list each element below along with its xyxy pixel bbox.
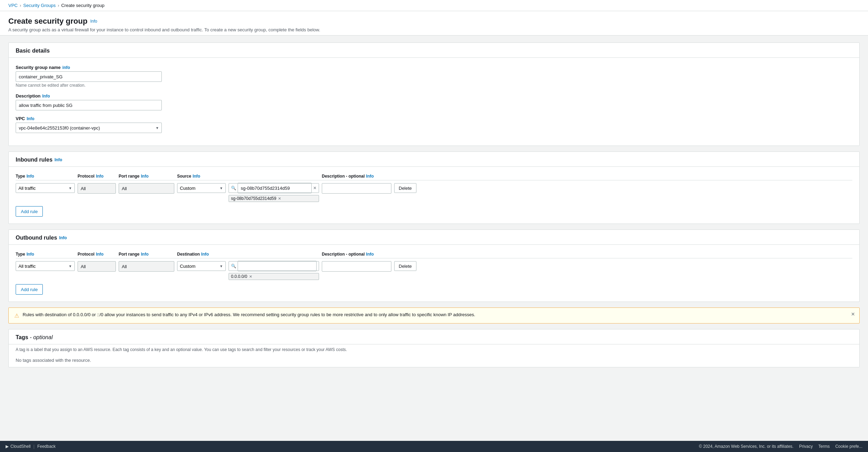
cloudshell-button[interactable]: ▶ CloudShell (6, 444, 31, 449)
outbound-col-protocol-info[interactable]: Info (96, 252, 104, 257)
inbound-rules-info[interactable]: Info (55, 157, 62, 162)
sg-vpc-label: VPC Info (16, 116, 852, 121)
breadcrumb: VPC › Security Groups › Create security … (0, 0, 868, 11)
breadcrumb-vpc[interactable]: VPC (8, 3, 18, 8)
inbound-col-source-header: Source Info (177, 174, 226, 179)
sg-vpc-info[interactable]: Info (27, 116, 34, 121)
cookie-link[interactable]: Cookie prefe... (835, 444, 862, 449)
outbound-dest-select[interactable]: Custom (177, 261, 226, 271)
inbound-action-cell: Delete (394, 183, 419, 193)
outbound-dest-select-wrapper: Custom ▼ (177, 261, 226, 271)
inbound-source-search-wrapper[interactable]: 🔍 ✕ (229, 183, 319, 193)
inbound-port-cell (119, 183, 174, 194)
sg-vpc-field: VPC Info vpc-04e8e64c2552153f0 (containe… (16, 116, 852, 133)
tags-description: A tag is a label that you assign to an A… (9, 344, 859, 353)
outbound-dest-type-cell: Custom ▼ (177, 261, 226, 271)
footer: ▶ CloudShell | Feedback © 2024, Amazon W… (0, 441, 868, 452)
outbound-add-rule-button[interactable]: Add rule (16, 284, 43, 295)
outbound-rules-card: Outbound rules Info Type Info Protocol I… (8, 229, 860, 302)
breadcrumb-security-groups[interactable]: Security Groups (23, 3, 56, 8)
outbound-port-cell (119, 261, 174, 272)
sg-name-hint: Name cannot be edited after creation. (16, 83, 852, 88)
inbound-port-input (119, 183, 174, 194)
inbound-delete-button[interactable]: Delete (394, 183, 416, 193)
inbound-source-token: sg-08b70d755d2314d59 ✕ (229, 195, 319, 202)
breadcrumb-current: Create security group (61, 3, 104, 8)
inbound-col-desc-header: Description - optional Info (322, 174, 391, 179)
page-title-row: Create security group Info (8, 17, 860, 26)
outbound-dest-token: 0.0.0.0/0 ✕ (229, 273, 319, 280)
alert-banner: ⚠ Rules with destination of 0.0.0.0/0 or… (8, 307, 860, 324)
inbound-rules-header: Inbound rules Info (9, 152, 859, 167)
outbound-col-dest-header: Destination Info (177, 252, 226, 257)
terms-link[interactable]: Terms (818, 444, 830, 449)
outbound-col-desc-header: Description - optional Info (322, 252, 391, 257)
outbound-rules-title: Outbound rules Info (16, 235, 852, 241)
outbound-col-port-info[interactable]: Info (141, 252, 149, 257)
inbound-source-clear-icon[interactable]: ✕ (313, 186, 317, 190)
outbound-dest-container: 🔍 0.0.0.0/0 ✕ (229, 261, 319, 280)
inbound-source-search-input[interactable] (238, 183, 312, 193)
no-tags-text: No tags associated with the resource. (9, 353, 859, 367)
tags-title: Tags - optional (9, 329, 859, 344)
inbound-rules-card: Inbound rules Info Type Info Protocol In… (8, 151, 860, 224)
outbound-type-cell: All traffic ▼ (16, 261, 75, 271)
inbound-type-select[interactable]: All traffic (16, 183, 75, 193)
basic-details-title: Basic details (16, 48, 852, 54)
feedback-link[interactable]: Feedback (37, 444, 56, 449)
outbound-col-type-info[interactable]: Info (26, 252, 34, 257)
inbound-add-rule-button[interactable]: Add rule (16, 206, 43, 217)
sg-vpc-select-wrapper: vpc-04e8e64c2552153f0 (container-vpc) ▼ (16, 123, 162, 133)
breadcrumb-sep-1: › (20, 3, 21, 8)
inbound-desc-cell (322, 183, 391, 194)
inbound-source-token-remove[interactable]: ✕ (278, 196, 281, 201)
sg-name-label: Security group name info (16, 65, 852, 70)
breadcrumb-sep-2: › (58, 3, 59, 8)
inbound-type-select-wrapper: All traffic ▼ (16, 183, 75, 193)
page-info-link[interactable]: Info (90, 19, 97, 24)
footer-separator-1: | (33, 444, 34, 449)
sg-description-label: Description Info (16, 93, 852, 99)
footer-right: © 2024, Amazon Web Services, Inc. or its… (699, 444, 862, 449)
alert-warning-icon: ⚠ (14, 312, 19, 319)
inbound-type-cell: All traffic ▼ (16, 183, 75, 193)
outbound-col-port-header: Port range Info (119, 252, 174, 257)
outbound-desc-cell (322, 261, 391, 272)
outbound-type-select[interactable]: All traffic (16, 261, 75, 271)
inbound-col-source-info[interactable]: Info (193, 174, 200, 179)
basic-details-header: Basic details (9, 43, 859, 58)
outbound-dest-search-input[interactable] (238, 261, 317, 271)
inbound-rule-row: All traffic ▼ Custom ▼ (16, 183, 852, 202)
outbound-dest-search-wrapper[interactable]: 🔍 (229, 261, 319, 271)
outbound-search-icon: 🔍 (231, 264, 236, 268)
outbound-dest-token-remove[interactable]: ✕ (249, 274, 252, 279)
inbound-desc-input[interactable] (322, 183, 391, 194)
page-description: A security group acts as a virtual firew… (8, 27, 860, 32)
outbound-desc-input[interactable] (322, 261, 391, 272)
inbound-col-port-header: Port range Info (119, 174, 174, 179)
basic-details-body: Security group name info Name cannot be … (9, 58, 859, 146)
inbound-source-type-cell: Custom ▼ (177, 183, 226, 193)
inbound-col-protocol-info[interactable]: Info (96, 174, 104, 179)
sg-name-field: Security group name info Name cannot be … (16, 65, 852, 88)
sg-description-input[interactable] (16, 100, 162, 110)
outbound-delete-button[interactable]: Delete (394, 261, 416, 271)
sg-name-input[interactable] (16, 71, 162, 82)
inbound-col-port-info[interactable]: Info (141, 174, 149, 179)
inbound-search-icon: 🔍 (231, 186, 236, 190)
privacy-link[interactable]: Privacy (799, 444, 813, 449)
sg-description-info[interactable]: Info (42, 94, 50, 99)
alert-close-icon[interactable]: ✕ (851, 311, 855, 317)
alert-text: Rules with destination of 0.0.0.0/0 or :… (23, 312, 854, 317)
sg-name-info[interactable]: info (62, 65, 70, 70)
outbound-rules-info[interactable]: Info (59, 235, 67, 240)
outbound-rules-header-row: Type Info Protocol Info Port range Info … (16, 252, 852, 258)
inbound-col-type-info[interactable]: Info (26, 174, 34, 179)
inbound-protocol-input (78, 183, 116, 194)
outbound-col-desc-info[interactable]: Info (366, 252, 374, 257)
inbound-source-select[interactable]: Custom (177, 183, 226, 193)
sg-vpc-select[interactable]: vpc-04e8e64c2552153f0 (container-vpc) (16, 123, 162, 133)
inbound-col-desc-info[interactable]: Info (366, 174, 374, 179)
inbound-col-protocol-header: Protocol Info (78, 174, 116, 179)
outbound-col-dest-info[interactable]: Info (201, 252, 209, 257)
